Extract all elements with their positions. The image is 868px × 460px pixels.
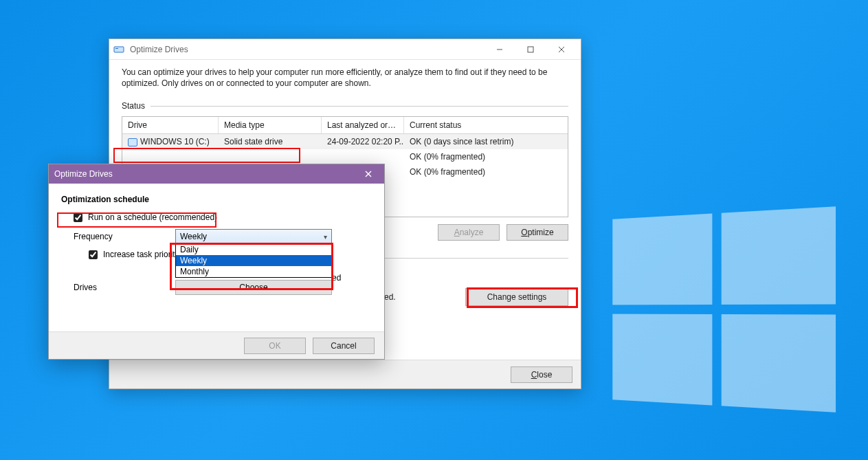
titlebar: Optimize Drives — [109, 39, 581, 60]
chevron-down-icon: ▾ — [324, 233, 327, 241]
dialog-close-button[interactable] — [358, 165, 379, 183]
optimize-button[interactable]: Optimize — [507, 224, 568, 241]
table-row[interactable]: OK (0% fragmented) — [122, 149, 568, 164]
frequency-selected: Weekly — [180, 232, 207, 241]
col-drive[interactable]: Drive — [122, 117, 219, 133]
svg-rect-3 — [528, 47, 533, 52]
freq-option-weekly[interactable]: Weekly — [176, 255, 331, 266]
choose-drives-button[interactable]: Choose — [175, 280, 332, 295]
svg-rect-1 — [115, 48, 118, 49]
col-status[interactable]: Current status — [404, 117, 568, 133]
increase-priority-label: Increase task priority, — [103, 250, 181, 259]
col-media[interactable]: Media type — [219, 117, 322, 133]
status-label: Status — [122, 101, 145, 111]
partial-ed-text: ed — [332, 273, 341, 283]
maximize-button[interactable] — [515, 40, 546, 59]
dialog-heading: Optimization schedule — [61, 195, 372, 204]
drives-label: Drives — [74, 283, 175, 292]
table-row[interactable]: WINDOWS 10 (C:) Solid state drive 24-09-… — [122, 134, 568, 149]
frequency-combobox[interactable]: Weekly ▾ — [175, 229, 332, 244]
change-settings-button[interactable]: Change settings — [465, 288, 568, 306]
partial-text: ed. — [384, 292, 396, 302]
schedule-dialog: Optimize Drives Optimization schedule Ru… — [48, 164, 385, 360]
frequency-dropdown-list: Daily Weekly Monthly — [175, 243, 332, 278]
analyze-button[interactable]: Analyze — [438, 224, 500, 241]
dialog-titlebar: Optimize Drives — [49, 164, 384, 184]
increase-priority-checkbox[interactable] — [89, 250, 98, 259]
run-schedule-label: Run on a schedule (recommended) — [88, 212, 217, 222]
freq-option-monthly[interactable]: Monthly — [176, 266, 331, 277]
close-main-button[interactable]: Close — [511, 366, 572, 383]
svg-rect-0 — [114, 47, 124, 52]
ok-button[interactable]: OK — [244, 338, 306, 354]
intro-text: You can optimize your drives to help you… — [122, 67, 568, 89]
run-schedule-checkbox[interactable] — [74, 213, 82, 222]
drive-icon — [128, 138, 137, 146]
dialog-title: Optimize Drives — [54, 169, 358, 179]
cancel-button[interactable]: Cancel — [313, 338, 375, 354]
close-button[interactable] — [546, 40, 577, 59]
freq-option-daily[interactable]: Daily — [176, 244, 331, 255]
col-last[interactable]: Last analyzed or o... — [322, 117, 404, 133]
app-icon — [113, 44, 124, 55]
window-title: Optimize Drives — [130, 45, 484, 54]
frequency-label: Frequency — [74, 229, 175, 241]
windows-logo — [612, 206, 836, 413]
minimize-button[interactable] — [484, 40, 515, 59]
table-header: Drive Media type Last analyzed or o... C… — [122, 117, 568, 134]
